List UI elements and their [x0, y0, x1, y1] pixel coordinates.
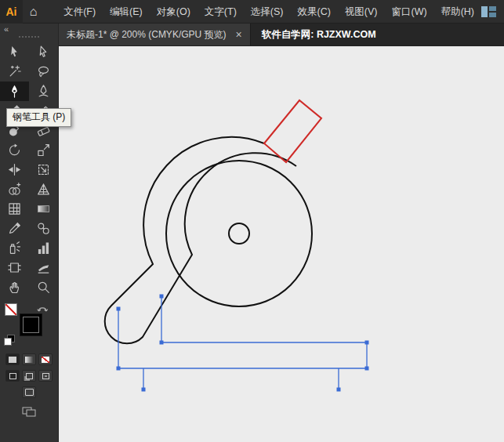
anchor-point[interactable] [160, 295, 164, 299]
menu-window[interactable]: 窗口(W) [385, 0, 434, 24]
anchor-point[interactable] [365, 341, 369, 345]
tool-scale[interactable] [29, 140, 58, 160]
artwork-center-circle[interactable] [229, 223, 249, 244]
lasso-tool-icon [37, 65, 50, 78]
free-transform-tool-icon [37, 163, 50, 176]
menu-select[interactable]: 选择(S) [244, 0, 291, 24]
menu-file[interactable]: 文件(F) [56, 0, 103, 24]
tool-column-graph[interactable] [29, 238, 58, 258]
tools-grid [0, 42, 58, 297]
column-graph-tool-icon [37, 241, 50, 255]
blend-tool-icon [37, 222, 50, 235]
canvas-artwork-svg[interactable] [59, 46, 504, 442]
tool-curvature[interactable] [29, 82, 58, 101]
tool-gradient[interactable] [29, 199, 58, 219]
direct-selection-tool-icon [37, 45, 50, 59]
tool-lasso[interactable] [29, 62, 58, 82]
anchor-point[interactable] [337, 388, 341, 392]
tool-artboard[interactable] [0, 258, 29, 277]
gradient-tool-icon [37, 202, 50, 216]
selection-tool-icon [8, 45, 21, 59]
mesh-tool-icon [8, 202, 21, 216]
anchor-point[interactable] [117, 307, 121, 311]
collapsed-panel-icon[interactable] [22, 406, 36, 420]
tool-zoom[interactable] [29, 277, 58, 297]
menu-items: 文件(F) 编辑(E) 对象(O) 文字(T) 选择(S) 效果(C) 视图(V… [56, 0, 481, 24]
tool-eyedropper[interactable] [0, 219, 29, 238]
document-tab[interactable]: 未标题-1* @ 200% (CMYK/GPU 预览) × [59, 24, 251, 45]
hand-tool-icon [8, 281, 21, 294]
default-fill-stroke-icon[interactable] [4, 335, 15, 346]
color-mode-buttons [5, 353, 53, 365]
draw-normal-icon [9, 373, 16, 379]
tool-blend[interactable] [29, 219, 58, 238]
none-icon [42, 357, 49, 363]
menu-help[interactable]: 帮助(H) [434, 0, 481, 24]
perspective-grid-tool-icon [37, 183, 50, 196]
menu-effect[interactable]: 效果(C) [290, 0, 337, 24]
draw-normal-button[interactable] [5, 370, 20, 382]
pen-path-blue[interactable] [118, 296, 367, 389]
draw-inside-button[interactable] [38, 370, 53, 382]
scale-tool-icon [37, 143, 50, 157]
tool-selection[interactable] [0, 42, 29, 62]
site-watermark-text: 软件自学网: RJZXW.COM [251, 24, 376, 45]
zoom-tool-icon [37, 281, 50, 294]
tool-pen[interactable] [0, 82, 29, 101]
swap-fill-stroke-icon[interactable] [37, 304, 49, 313]
collapse-toolbar-icon[interactable]: « [0, 24, 9, 34]
shape-builder-tool-icon [8, 183, 21, 196]
tool-slice[interactable] [29, 258, 58, 277]
slice-tool-icon [37, 261, 50, 274]
gradient-button[interactable] [22, 353, 36, 365]
draw-inside-icon [42, 373, 49, 379]
anchor-point[interactable] [117, 367, 121, 371]
anchor-point[interactable] [365, 367, 369, 371]
screen-mode-icon [25, 389, 34, 396]
magic-wand-tool-icon [8, 65, 21, 78]
stroke-swatch-black[interactable] [20, 313, 42, 336]
canvas[interactable] [59, 46, 504, 442]
eyedropper-tool-icon [8, 222, 21, 235]
close-icon[interactable]: × [236, 29, 242, 40]
menu-edit[interactable]: 编辑(E) [103, 0, 150, 24]
screen-mode-row [22, 386, 36, 398]
menu-type[interactable]: 文字(T) [198, 0, 244, 24]
tool-mesh[interactable] [0, 199, 29, 219]
color-button[interactable] [5, 353, 20, 365]
gradient-icon [25, 357, 33, 363]
rotate-tool-icon [8, 143, 21, 157]
pen-tool-tooltip: 钢笔工具 (P) [6, 108, 71, 127]
draw-behind-button[interactable] [22, 370, 36, 382]
tool-shape-builder[interactable] [0, 179, 29, 199]
tool-perspective-grid[interactable] [29, 179, 58, 199]
none-button[interactable] [38, 353, 53, 365]
home-icon[interactable]: ⌂ [23, 0, 44, 24]
artwork-guard-and-handle-path[interactable] [105, 137, 296, 343]
workspace-switcher-icon[interactable] [481, 6, 496, 17]
tool-free-transform[interactable] [29, 160, 58, 179]
drawing-mode-buttons [5, 370, 53, 382]
screen-mode-button[interactable] [22, 386, 36, 398]
tool-hand[interactable] [0, 277, 29, 297]
artwork-black-outlines[interactable] [105, 137, 312, 343]
menu-view[interactable]: 视图(V) [338, 0, 385, 24]
app-logo[interactable]: Ai [0, 0, 23, 24]
tool-width[interactable] [0, 160, 29, 179]
tool-magic-wand[interactable] [0, 62, 29, 82]
color-icon [9, 357, 16, 363]
fill-swatch-none[interactable] [5, 303, 17, 316]
menu-object[interactable]: 对象(O) [150, 0, 198, 24]
curvature-tool-icon [37, 85, 50, 98]
toolbar-grip[interactable] [18, 35, 40, 39]
artwork-blade-circle[interactable] [166, 161, 312, 306]
draw-behind-icon [26, 373, 33, 379]
tool-direct-selection[interactable] [29, 42, 58, 62]
anchor-point[interactable] [142, 388, 146, 392]
fill-stroke-controls [0, 303, 59, 349]
tool-symbol-sprayer[interactable] [0, 238, 29, 258]
tabbar: 未标题-1* @ 200% (CMYK/GPU 预览) × 软件自学网: RJZ… [59, 24, 504, 46]
selected-red-rectangle[interactable] [264, 100, 321, 162]
tool-rotate[interactable] [0, 140, 29, 160]
anchor-point[interactable] [160, 341, 164, 345]
